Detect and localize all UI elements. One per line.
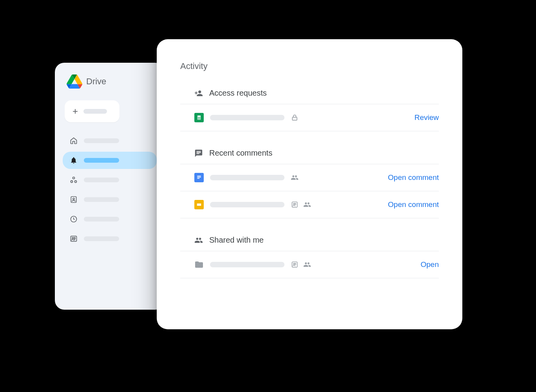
lock-icon: [291, 114, 299, 122]
drive-header: Drive: [63, 74, 157, 89]
section-access-requests: Access requests Review: [180, 89, 439, 131]
svg-point-16: [295, 263, 296, 265]
svg-rect-10: [197, 203, 201, 206]
sheets-icon: [194, 113, 204, 122]
sidebar-item-home[interactable]: [63, 132, 157, 149]
open-comment-action[interactable]: Open comment: [388, 173, 439, 182]
section-title: Recent comments: [209, 149, 272, 158]
placeholder: [84, 138, 119, 143]
svg-point-0: [73, 177, 75, 179]
group-icon: [303, 201, 311, 209]
meta-icons: [291, 174, 299, 181]
placeholder: [84, 158, 119, 163]
home-icon: [70, 137, 78, 145]
file-name-placeholder: [210, 202, 284, 207]
section-title: Access requests: [209, 89, 267, 98]
activity-row[interactable]: Open: [180, 251, 439, 278]
comment-icon: [194, 149, 203, 158]
section-shared-with-me: Shared with me Open: [180, 236, 439, 278]
svg-point-7: [72, 238, 73, 239]
sidebar-item-activity[interactable]: [63, 152, 157, 169]
placeholder: [83, 109, 107, 114]
meta-icons: [291, 261, 311, 269]
open-action[interactable]: Open: [421, 260, 439, 269]
people-icon: [70, 235, 78, 243]
meta-icons: [291, 201, 311, 209]
group-icon: [194, 236, 203, 245]
section-header: Recent comments: [180, 149, 439, 164]
sidebar-item-shared[interactable]: [63, 230, 157, 247]
sidebar-item-recent[interactable]: [63, 211, 157, 228]
section-header: Shared with me: [180, 236, 439, 251]
shared-drive-icon: [291, 261, 299, 269]
svg-rect-6: [71, 236, 77, 241]
placeholder: [84, 197, 119, 202]
open-comment-action[interactable]: Open comment: [388, 200, 439, 209]
drive-title: Drive: [86, 76, 106, 87]
placeholder: [84, 178, 119, 182]
workspaces-icon: [70, 176, 78, 184]
placeholder: [84, 217, 119, 221]
section-recent-comments: Recent comments Open comment Open commen…: [180, 149, 439, 218]
docs-icon: [194, 173, 204, 182]
drive-sidebar: Drive +: [55, 63, 165, 310]
sidebar-item-workspaces[interactable]: [63, 171, 157, 189]
shared-drives-icon: [70, 196, 78, 203]
group-icon: [291, 174, 299, 181]
svg-point-13: [295, 203, 296, 205]
new-button[interactable]: +: [65, 100, 120, 122]
bell-icon: [70, 156, 78, 164]
person-add-icon: [194, 89, 203, 98]
svg-point-2: [75, 181, 77, 183]
drive-logo-icon: [67, 74, 82, 89]
svg-point-8: [74, 238, 75, 239]
file-name-placeholder: [210, 175, 284, 180]
svg-point-4: [73, 198, 74, 200]
file-name-placeholder: [210, 115, 284, 120]
review-action[interactable]: Review: [415, 113, 439, 122]
clock-icon: [70, 215, 78, 223]
shared-drive-icon: [291, 201, 299, 209]
group-icon: [303, 261, 311, 269]
slides-icon: [194, 200, 204, 209]
file-name-placeholder: [210, 262, 284, 267]
activity-panel: Activity Access requests Review Recent c…: [157, 39, 462, 329]
folder-icon: [194, 260, 204, 269]
svg-point-1: [71, 181, 73, 183]
meta-icons: [291, 114, 299, 122]
activity-row[interactable]: Open comment: [180, 164, 439, 191]
section-title: Shared with me: [209, 236, 264, 245]
sidebar-item-shared-drives[interactable]: [63, 191, 157, 208]
section-header: Access requests: [180, 89, 439, 104]
plus-icon: +: [72, 107, 78, 116]
svg-rect-9: [292, 117, 297, 120]
panel-title: Activity: [180, 61, 439, 71]
activity-row[interactable]: Review: [180, 104, 439, 131]
placeholder: [84, 236, 119, 241]
activity-row[interactable]: Open comment: [180, 191, 439, 218]
